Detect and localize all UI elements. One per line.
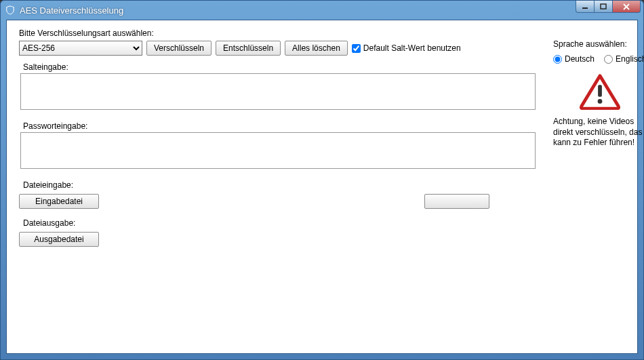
language-en-label: Englisch <box>616 54 644 64</box>
warning-text: Achtung, keine Videos direkt verschlüsse… <box>553 117 644 148</box>
language-en-option[interactable]: Englisch <box>604 54 644 64</box>
svg-rect-1 <box>601 4 606 9</box>
salt-input[interactable] <box>20 73 536 110</box>
language-de-option[interactable]: Deutsch <box>553 54 595 64</box>
maximize-button[interactable] <box>594 1 613 13</box>
close-button[interactable] <box>612 1 641 13</box>
file-out-label: Dateiausgabe: <box>23 218 536 228</box>
input-file-button[interactable]: Eingabedatei <box>19 194 99 209</box>
clear-button[interactable]: Alles löschen <box>285 41 348 56</box>
window-title: AES Dateiverschlüsselung <box>20 5 639 16</box>
close-icon <box>622 3 630 10</box>
decrypt-button[interactable]: Entschlüsseln <box>216 41 281 56</box>
algo-label: Bitte Verschlüsselungsart auswählen: <box>19 28 536 38</box>
app-window: AES Dateiverschlüsselung Bitte Verschlüs… <box>0 0 644 360</box>
svg-rect-0 <box>582 7 588 9</box>
maximize-icon <box>600 3 607 10</box>
encrypt-button[interactable]: Verschlüsseln <box>146 41 212 56</box>
svg-rect-2 <box>598 85 602 96</box>
client-area: Bitte Verschlüsselungsart auswählen: AES… <box>6 20 638 354</box>
svg-point-3 <box>597 99 602 104</box>
main-column: Bitte Verschlüsselungsart auswählen: AES… <box>7 20 548 353</box>
unnamed-button[interactable] <box>424 194 489 209</box>
salt-label: Salteingabe: <box>23 62 536 72</box>
language-en-radio[interactable] <box>604 55 613 64</box>
minimize-icon <box>582 3 588 10</box>
language-de-label: Deutsch <box>565 54 595 64</box>
language-label: Sprache auswählen: <box>553 39 644 49</box>
password-input[interactable] <box>20 132 536 169</box>
minimize-button[interactable] <box>576 1 595 13</box>
shield-icon <box>5 5 16 16</box>
side-column: Sprache auswählen: Deutsch Englisch <box>548 20 644 353</box>
default-salt-label: Default Salt-Wert benutzen <box>363 43 461 53</box>
file-in-label: Dateieingabe: <box>23 180 536 190</box>
window-controls <box>576 1 641 13</box>
titlebar[interactable]: AES Dateiverschlüsselung <box>1 1 643 20</box>
password-label: Passworteingabe: <box>23 121 536 131</box>
algorithm-select[interactable]: AES-256 <box>19 41 142 56</box>
default-salt-checkbox[interactable] <box>352 44 361 53</box>
warning-icon <box>579 73 621 110</box>
output-file-button[interactable]: Ausgabedatei <box>19 232 99 247</box>
language-de-radio[interactable] <box>553 55 562 64</box>
